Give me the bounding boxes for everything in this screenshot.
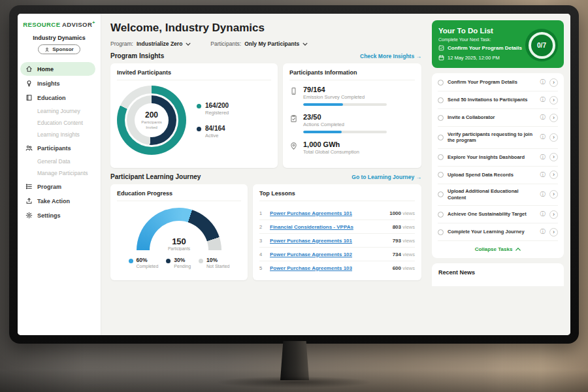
stat-emission-survey: 79/164 Emission Survey Completed bbox=[289, 86, 415, 106]
task-row[interactable]: Achieve One Sustainability Target ⓘ › bbox=[438, 206, 558, 223]
page-title: Welcome, Industry Dynamics bbox=[110, 22, 421, 35]
sidebar-item-general-data[interactable]: General Data bbox=[18, 155, 101, 167]
monitor-bezel: RESOURCE ADVISOR+ Industry Dynamics Spon… bbox=[9, 5, 579, 344]
task-row[interactable]: Upload Spend Data Records ⓘ › bbox=[438, 167, 558, 184]
legend-registered: 164/200 Registered bbox=[197, 102, 229, 116]
clipboard-check-icon bbox=[289, 114, 298, 123]
calendar-icon bbox=[438, 55, 444, 61]
sidebar-item-learning-journey[interactable]: Learning Journey bbox=[18, 105, 101, 117]
chevron-right-icon[interactable]: › bbox=[549, 114, 558, 122]
sidebar-item-participants[interactable]: Participants bbox=[18, 141, 101, 155]
teal-dot-icon bbox=[197, 104, 201, 108]
gray-dot-icon bbox=[199, 259, 203, 263]
sidebar-item-insights[interactable]: Insights bbox=[18, 76, 101, 90]
task-row[interactable]: Confirm Your Program Details ⓘ › bbox=[438, 74, 558, 91]
blue-dot-icon bbox=[129, 259, 133, 263]
sidebar: RESOURCE ADVISOR+ Industry Dynamics Spon… bbox=[18, 14, 101, 335]
stat-global-consumption: 1,000 GWh Total Global Consumption bbox=[289, 140, 415, 155]
lesson-link[interactable]: Financial Considerations - VPPAs bbox=[270, 224, 387, 230]
sidebar-item-settings[interactable]: Settings bbox=[18, 208, 101, 222]
upload-icon bbox=[25, 197, 33, 204]
participants-filter-dropdown[interactable]: Participants: Only My Participants bbox=[210, 41, 308, 47]
collapse-tasks-button[interactable]: Collapse Tasks bbox=[438, 241, 558, 257]
task-checkbox[interactable] bbox=[438, 80, 444, 86]
navy-dot-icon bbox=[166, 259, 171, 263]
task-row[interactable]: Complete Your Learning Journey ⓘ › bbox=[438, 223, 558, 241]
bulb-icon bbox=[25, 80, 33, 87]
app-logo: RESOURCE ADVISOR+ bbox=[18, 20, 101, 28]
task-row[interactable]: Send 50 Invitations to Participants ⓘ › bbox=[438, 91, 558, 109]
emission-survey-progress-bar bbox=[303, 103, 387, 106]
education-progress-gauge-chart: 150 Participants bbox=[137, 208, 221, 251]
sidebar-item-take-action[interactable]: Take Action bbox=[18, 194, 101, 208]
chevron-right-icon[interactable]: › bbox=[549, 153, 558, 161]
todo-panel: Your To Do List Complete Your Next Task:… bbox=[429, 14, 570, 335]
task-row[interactable]: Verify participants requesting to join t… bbox=[438, 127, 558, 149]
task-checkbox[interactable] bbox=[438, 229, 444, 235]
stat-actions-completed: 23/50 Actions Completed bbox=[289, 113, 415, 133]
chevron-right-icon[interactable]: › bbox=[549, 228, 558, 237]
info-icon[interactable]: ⓘ bbox=[540, 171, 546, 179]
program-insights-title: Program Insights bbox=[110, 52, 164, 59]
info-icon[interactable]: ⓘ bbox=[540, 191, 546, 199]
sidebar-item-home[interactable]: Home bbox=[20, 62, 95, 76]
lesson-row: 2 Financial Considerations - VPPAs 803 v… bbox=[259, 220, 415, 234]
task-row[interactable]: Explore Your Insights Dashboard ⓘ › bbox=[438, 149, 558, 167]
chevron-right-icon[interactable]: › bbox=[549, 171, 558, 179]
chevron-down-icon bbox=[186, 42, 191, 46]
info-icon[interactable]: ⓘ bbox=[540, 133, 546, 141]
legend-pending: 30% Pending bbox=[166, 257, 191, 269]
info-icon[interactable]: ⓘ bbox=[540, 210, 546, 218]
photo-background: RESOURCE ADVISOR+ Industry Dynamics Spon… bbox=[0, 0, 588, 392]
info-icon[interactable]: ⓘ bbox=[540, 96, 546, 104]
lesson-link[interactable]: Power Purchase Agreements 101 bbox=[270, 238, 387, 244]
info-icon[interactable]: ⓘ bbox=[540, 228, 546, 236]
navy-dot-icon bbox=[197, 127, 201, 131]
sponsor-badge[interactable]: Sponsor bbox=[38, 44, 80, 54]
sidebar-item-learning-insights[interactable]: Learning Insights bbox=[18, 129, 101, 140]
lesson-link[interactable]: Power Purchase Agreements 103 bbox=[270, 265, 387, 271]
sidebar-item-education-content[interactable]: Education Content bbox=[18, 117, 101, 129]
lesson-link[interactable]: Power Purchase Agreements 102 bbox=[270, 252, 387, 257]
sidebar-item-program[interactable]: Program bbox=[18, 180, 101, 193]
dashboard-screen: RESOURCE ADVISOR+ Industry Dynamics Spon… bbox=[18, 14, 570, 335]
task-row[interactable]: Upload Additional Educational Content ⓘ … bbox=[438, 184, 558, 206]
invited-participants-donut-chart: 200 Participants Invited bbox=[117, 86, 186, 155]
lesson-row: 5 Power Purchase Agreements 103 600 view… bbox=[259, 261, 415, 274]
check-more-insights-link[interactable]: Check More Insights → bbox=[360, 53, 421, 59]
list-icon bbox=[25, 183, 33, 190]
task-checkbox[interactable] bbox=[438, 97, 444, 103]
program-filter-dropdown[interactable]: Program: Industrialize Zero bbox=[110, 41, 191, 47]
task-row[interactable]: Invite a Collaborator ⓘ › bbox=[438, 109, 558, 127]
go-to-learning-journey-link[interactable]: Go to Learning Journey → bbox=[351, 174, 421, 180]
task-checkbox[interactable] bbox=[438, 154, 444, 160]
info-icon[interactable]: ⓘ bbox=[540, 154, 546, 161]
info-icon[interactable]: ⓘ bbox=[540, 114, 546, 122]
task-checkbox[interactable] bbox=[438, 115, 444, 121]
chevron-right-icon[interactable]: › bbox=[549, 190, 558, 199]
chevron-right-icon[interactable]: › bbox=[549, 78, 558, 87]
legend-not-started: 10% Not Started bbox=[199, 257, 229, 269]
task-checkbox[interactable] bbox=[438, 191, 444, 197]
sidebar-item-manage-participants[interactable]: Manage Participants bbox=[18, 167, 101, 179]
chevron-right-icon[interactable]: › bbox=[549, 210, 558, 219]
task-checkbox[interactable] bbox=[438, 135, 444, 140]
info-icon[interactable]: ⓘ bbox=[540, 78, 546, 86]
sidebar-item-education[interactable]: Education bbox=[18, 91, 101, 105]
people-icon bbox=[25, 144, 33, 152]
invited-participants-card: Invited Participants 200 Participants In… bbox=[110, 63, 278, 168]
recent-news-card: Recent News bbox=[432, 263, 564, 286]
chevron-right-icon[interactable]: › bbox=[549, 133, 558, 142]
task-checkbox[interactable] bbox=[438, 172, 444, 178]
location-pin-icon bbox=[289, 142, 298, 150]
chevron-right-icon[interactable]: › bbox=[549, 96, 558, 105]
main-content: Welcome, Industry Dynamics Program: Indu… bbox=[101, 14, 429, 335]
lesson-link[interactable]: Power Purchase Agreements 101 bbox=[270, 210, 384, 216]
checkbox-checked-icon bbox=[438, 45, 444, 51]
sidebar-nav: Home Insights Education Learning Journey… bbox=[18, 62, 101, 222]
todo-summary-card: Your To Do List Complete Your Next Task:… bbox=[432, 20, 564, 68]
chevron-up-icon bbox=[515, 248, 521, 251]
book-icon bbox=[25, 94, 33, 101]
task-checkbox[interactable] bbox=[438, 212, 444, 218]
organization-name: Industry Dynamics bbox=[18, 35, 101, 41]
